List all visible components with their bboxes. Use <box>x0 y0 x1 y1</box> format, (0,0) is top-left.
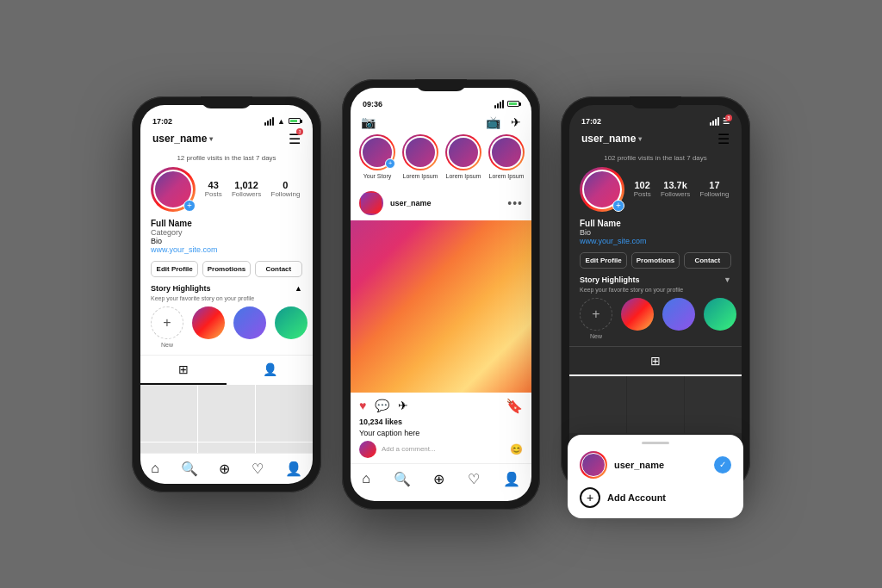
header-icons-3: ☰ <box>717 131 730 147</box>
notification-badge-3[interactable]: ☰ 3 <box>723 117 730 126</box>
account-popup: user_name ✓ + Add Account <box>568 435 743 518</box>
story-2[interactable]: Lorem Ipsum <box>445 134 481 179</box>
highlight-3b[interactable] <box>662 298 695 339</box>
menu-lines-icon[interactable]: ☰ <box>717 131 730 147</box>
emoji-icon[interactable]: 😊 <box>510 443 523 455</box>
username-row-1[interactable]: user_name ▾ <box>152 133 213 145</box>
notch-2 <box>415 79 467 91</box>
heart-icon[interactable]: ♡ <box>252 461 264 477</box>
story-3[interactable]: Lorem Ipsum <box>488 134 525 179</box>
comment-input[interactable]: Add a comment... <box>382 445 505 453</box>
contact-btn[interactable]: Contact <box>255 261 302 277</box>
promotions-btn[interactable]: Promotions <box>202 261 250 277</box>
feed-post-avatar[interactable] <box>359 191 383 215</box>
header-icons-1: ☰ 3 <box>289 131 301 147</box>
battery-fill-1 <box>290 120 297 122</box>
username-3: user_name <box>581 133 636 145</box>
highlight-1[interactable] <box>192 306 225 348</box>
battery-fill-2 <box>509 102 517 105</box>
highlight-circle-2 <box>233 306 266 339</box>
highlight-new[interactable]: + New <box>151 306 183 348</box>
home-icon[interactable]: ⌂ <box>151 461 159 476</box>
feed-comment-row: Add a comment... 😊 <box>351 441 531 463</box>
popup-check-icon: ✓ <box>714 456 731 473</box>
website-3[interactable]: www.your_site.com <box>580 237 731 245</box>
feed-image <box>351 220 531 393</box>
bio-1: Bio <box>151 237 302 245</box>
highlight-3[interactable] <box>275 306 307 348</box>
story-avatar-2 <box>445 134 481 170</box>
highlights-title-1: Story Highlights <box>151 284 211 293</box>
badge-dot-1: 3 <box>296 128 303 135</box>
highlight-3c[interactable] <box>704 298 736 339</box>
username-row-3[interactable]: user_name ▾ <box>581 133 642 145</box>
story-1[interactable]: Lorem Ipsum <box>402 134 438 179</box>
add-icon[interactable]: ⊕ <box>219 461 230 477</box>
story-avatar-3 <box>488 134 525 170</box>
stat-following-3: 17 Following <box>700 180 730 198</box>
full-name-3: Full Name <box>580 219 731 228</box>
stories-row: + Your Story Lorem Ipsum Lorem Ipsum <box>351 134 531 186</box>
bookmark-icon[interactable]: 🔖 <box>506 398 523 414</box>
website-1[interactable]: www.your_site.com <box>151 245 302 254</box>
highlight-3a[interactable] <box>621 298 654 339</box>
highlight-circle-1 <box>192 306 225 339</box>
add-photo-btn[interactable]: + <box>183 200 196 212</box>
camera-icon[interactable]: 📷 <box>361 115 376 129</box>
popup-avatar-inner <box>581 453 606 477</box>
add-photo-btn-3[interactable]: + <box>612 200 624 212</box>
highlight-2[interactable] <box>233 306 266 348</box>
edit-profile-btn[interactable]: Edit Profile <box>151 261 198 277</box>
story-avatar-inner-3 <box>490 136 523 169</box>
post-cell-4 <box>140 443 197 453</box>
time-1: 17:02 <box>152 117 172 126</box>
edit-profile-btn-3[interactable]: Edit Profile <box>580 252 627 269</box>
time-2: 09:36 <box>363 100 382 108</box>
status-right-1: ▲ <box>264 117 301 126</box>
phone-3-wrapper: 17:02 ☰ 3 <box>561 96 750 492</box>
post-cell-1 <box>140 385 197 442</box>
feed-caption: Your caption here <box>351 429 531 441</box>
tabs-bar-3: ⊞ <box>569 346 742 376</box>
add-account-icon: + <box>580 487 600 508</box>
home-icon-2[interactable]: ⌂ <box>362 471 370 486</box>
popup-account-row[interactable]: user_name ✓ <box>580 451 731 479</box>
promotions-btn-3[interactable]: Promotions <box>631 252 679 269</box>
ig-header-3: user_name ▾ ☰ <box>569 129 742 152</box>
profile-icon[interactable]: 👤 <box>285 461 302 477</box>
stat-label-posts-3: Posts <box>634 190 651 198</box>
stat-followers-1: 1,012 Followers <box>232 180 261 198</box>
avatar-wrap-3: + <box>580 167 624 212</box>
share-icon[interactable]: ✈ <box>398 399 408 412</box>
more-icon[interactable]: ••• <box>507 196 523 210</box>
avatar-wrap-1: + <box>151 167 196 212</box>
stat-label-following-3: Following <box>700 190 730 198</box>
tab-grid-3[interactable]: ⊞ <box>569 347 742 376</box>
tab-grid[interactable]: ⊞ <box>140 356 227 385</box>
stat-num-posts-3: 102 <box>634 180 651 190</box>
your-story-label: Your Story <box>359 173 395 179</box>
highlight-circle-new: + <box>151 306 183 339</box>
story-label-3: Lorem Ipsum <box>488 173 525 179</box>
highlight-new-3[interactable]: + New <box>580 298 612 339</box>
phone-2: 09:36 📷 <box>342 79 540 510</box>
tv-icon[interactable]: 📺 <box>486 115 500 129</box>
tab-person[interactable]: 👤 <box>227 356 313 385</box>
comment-icon[interactable]: 💬 <box>375 399 389 412</box>
profile-icon-2[interactable]: 👤 <box>503 471 520 487</box>
search-icon[interactable]: 🔍 <box>181 461 198 477</box>
send-icon[interactable]: ✈ <box>511 115 521 129</box>
popup-add-row[interactable]: + Add Account <box>580 487 731 508</box>
username-1: user_name <box>152 133 207 145</box>
notification-badge-1[interactable]: ☰ 3 <box>289 131 301 147</box>
story-your[interactable]: + Your Story <box>359 134 395 179</box>
chevron-down-icon: ▾ <box>209 135 213 143</box>
search-icon-2[interactable]: 🔍 <box>394 471 411 487</box>
like-icon[interactable]: ♥ <box>359 399 366 412</box>
bottom-nav-2: ⌂ 🔍 ⊕ ♡ 👤 <box>351 463 531 494</box>
highlight-label-new-3: New <box>580 333 612 339</box>
contact-btn-3[interactable]: Contact <box>684 252 731 269</box>
heart-icon-2[interactable]: ♡ <box>468 471 480 487</box>
profile-visits-3: 102 profile visits in the last 7 days <box>569 152 742 167</box>
add-icon-2[interactable]: ⊕ <box>433 471 444 487</box>
